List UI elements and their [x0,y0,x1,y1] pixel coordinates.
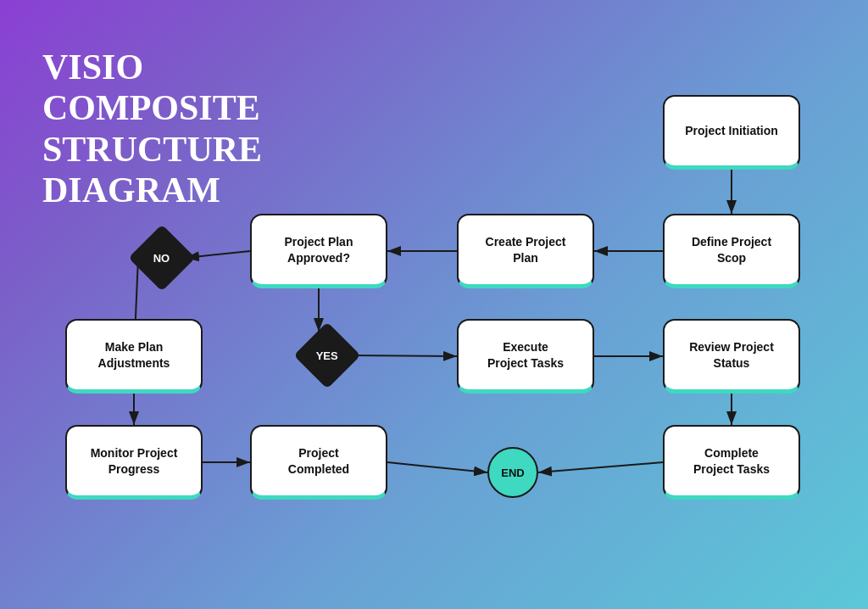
yes-diamond: YES [293,321,360,388]
project-completed-node: ProjectCompleted [250,425,387,500]
svg-line-8 [387,462,487,472]
svg-line-4 [186,251,250,258]
project-plan-approved-node: Project PlanApproved? [250,214,387,288]
monitor-progress-node: Monitor ProjectProgress [65,425,203,500]
end-node: END [487,447,538,498]
title: VISIO COMPOSITE STRUCTURE DIAGRAM [42,47,280,210]
svg-line-10 [351,355,457,356]
make-adjustments-node: Make PlanAdjustments [65,319,203,394]
complete-tasks-node: CompleteProject Tasks [663,425,800,500]
project-initiation-node: Project Initiation [663,95,800,170]
svg-line-13 [538,462,663,472]
define-scope-node: Define ProjectScop [663,214,800,288]
execute-tasks-node: ExecuteProject Tasks [457,319,594,394]
create-plan-node: Create ProjectPlan [457,214,594,288]
review-status-node: Review ProjectStatus [663,319,800,394]
no-diamond: NO [128,224,195,291]
